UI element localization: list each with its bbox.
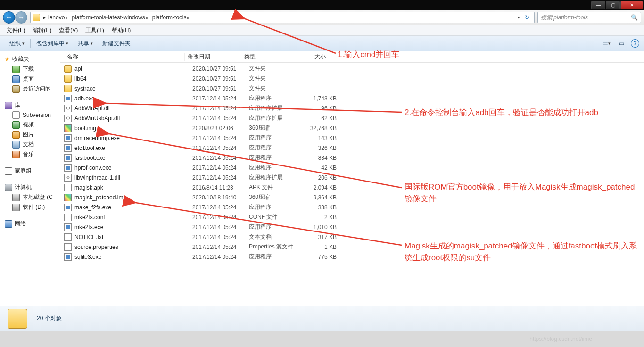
file-row[interactable]: NOTICE.txt2017/12/14 05:24文本文档317 KB (60, 232, 644, 242)
file-row[interactable]: magisk.apk2016/8/14 11:23APK 文件2,094 KB (60, 182, 644, 192)
menu-help[interactable]: 帮助(H) (108, 25, 135, 35)
search-icon: 🔍 (631, 14, 638, 21)
file-date: 2017/12/14 05:24 (192, 174, 249, 181)
sidebar-item-pictures[interactable]: 图片 (0, 130, 60, 140)
file-row[interactable]: etc1tool.exe2017/12/14 05:24应用程序326 KB (60, 143, 644, 153)
address-bar[interactable]: ▸ lenovo▸ platform-tools-latest-windows▸… (30, 12, 535, 23)
close-button[interactable]: ✕ (620, 1, 643, 9)
file-date: 2017/12/14 05:24 (192, 155, 249, 161)
file-size: 1 KB (305, 244, 337, 250)
breadcrumb-seg-2[interactable]: platform-tools▸ (151, 14, 191, 21)
menu-file[interactable]: 文件(F) (3, 25, 29, 35)
sidebar-homegroup[interactable]: 家庭组 (0, 166, 60, 176)
subversion-icon (12, 111, 20, 119)
view-mode-button[interactable]: ☰ ▾ (601, 38, 612, 49)
column-header[interactable]: 名称 修改日期 类型 大小 (60, 51, 644, 63)
pictures-icon (12, 131, 20, 139)
file-type: 应用程序 (249, 144, 305, 152)
file-name: api (74, 66, 192, 72)
chevron-right-icon: ▸ (146, 15, 149, 20)
sidebar-libraries[interactable]: 库 (0, 100, 60, 110)
file-row[interactable]: AdbWinUsbApi.dll2017/12/14 05:24应用程序扩展62… (60, 113, 644, 123)
file-size: 2,094 KB (305, 184, 337, 191)
file-icon (64, 204, 72, 211)
cmd-newfolder[interactable]: 新建文件夹 (98, 38, 135, 49)
file-size: 9,364 KB (305, 194, 337, 201)
star-icon: ★ (5, 56, 10, 63)
file-row[interactable]: magisk_patched.img2020/10/18 19:40360压缩9… (60, 192, 644, 202)
file-row[interactable]: adb.exe2017/12/14 05:24应用程序1,743 KB (60, 93, 644, 103)
file-size: 317 KB (305, 234, 337, 240)
file-type: 应用程序 (249, 223, 305, 231)
file-row[interactable]: boot.img2020/8/28 02:06360压缩32,768 KB (60, 123, 644, 133)
folder-icon (8, 309, 27, 329)
file-row[interactable]: libwinpthread-1.dll2017/12/14 05:24应用程序扩… (60, 173, 644, 182)
cmd-share[interactable]: 共享 ▾ (73, 38, 98, 49)
dropdown-icon[interactable]: ▾ (518, 15, 520, 20)
file-date: 2020/8/28 02:06 (192, 125, 249, 132)
help-button[interactable]: ? (631, 39, 639, 48)
col-name[interactable]: 名称 (64, 53, 185, 61)
file-name: adb.exe (74, 95, 192, 102)
sidebar-item-documents[interactable]: 文档 (0, 140, 60, 149)
search-input[interactable]: 搜索 platform-tools 🔍 (537, 12, 641, 23)
menu-edit[interactable]: 编辑(E) (29, 25, 55, 35)
sidebar-favorites[interactable]: ★收藏夹 (0, 54, 60, 64)
minimize-button[interactable]: — (591, 1, 605, 9)
file-row[interactable]: fastboot.exe2017/12/14 05:24应用程序834 KB (60, 153, 644, 163)
file-icon (64, 223, 72, 231)
sidebar-item-desktop[interactable]: 桌面 (0, 74, 60, 84)
documents-icon (12, 141, 20, 149)
breadcrumb-seg-1[interactable]: platform-tools-latest-windows▸ (70, 14, 149, 21)
sidebar-item-music[interactable]: 音乐 (0, 149, 60, 159)
sidebar-item-drive-d[interactable]: 软件 (D:) (0, 202, 60, 212)
menu-view[interactable]: 查看(V) (55, 25, 82, 35)
nav-back-button[interactable]: ← (3, 11, 15, 24)
refresh-button[interactable]: ↻ (521, 12, 532, 23)
preview-pane-button[interactable]: ▭ (616, 38, 627, 49)
recent-icon (12, 85, 20, 93)
sidebar-item-video[interactable]: 视频 (0, 120, 60, 130)
file-row[interactable]: api2020/10/27 09:51文件夹 (60, 64, 644, 74)
sidebar-computer[interactable]: 计算机 (0, 182, 60, 192)
sidebar-item-subversion[interactable]: Subversion (0, 110, 60, 120)
file-row[interactable]: make_f2fs.exe2017/12/14 05:24应用程序338 KB (60, 202, 644, 212)
file-row[interactable]: source.properties2017/12/14 05:24Propert… (60, 242, 644, 252)
menu-tools[interactable]: 工具(T) (82, 25, 107, 35)
menu-bar: 文件(F) 编辑(E) 查看(V) 工具(T) 帮助(H) (0, 25, 644, 36)
col-date[interactable]: 修改日期 (185, 53, 241, 61)
file-row[interactable]: sqlite3.exe2017/12/14 05:24应用程序775 KB (60, 252, 644, 262)
file-icon (64, 243, 72, 251)
nav-forward-button[interactable]: → (15, 11, 27, 24)
sidebar-item-recent[interactable]: 最近访问的 (0, 84, 60, 94)
file-icon (64, 115, 72, 122)
file-row[interactable]: lib642020/10/27 09:51文件夹 (60, 74, 644, 83)
sidebar: ★收藏夹 下载 桌面 最近访问的 库 Subversion 视频 图片 文档 音… (0, 51, 60, 306)
file-row[interactable]: mke2fs.exe2017/12/14 05:24应用程序1,010 KB (60, 222, 644, 232)
file-type: 应用程序扩展 (249, 174, 305, 182)
sidebar-item-downloads[interactable]: 下载 (0, 64, 60, 74)
file-size: 32,768 KB (305, 125, 337, 132)
col-type[interactable]: 类型 (241, 53, 297, 61)
file-row[interactable]: systrace2020/10/27 09:51文件夹 (60, 83, 644, 93)
maximize-button[interactable]: ▢ (606, 1, 620, 9)
file-row[interactable]: mke2fs.conf2017/12/14 05:24CONF 文件2 KB (60, 212, 644, 222)
file-name: mke2fs.conf (74, 214, 192, 221)
cmd-include[interactable]: 包含到库中 ▾ (32, 38, 73, 49)
file-type: APK 文件 (249, 183, 305, 191)
file-row[interactable]: hprof-conv.exe2017/12/14 05:24应用程序42 KB (60, 163, 644, 173)
file-icon (64, 105, 72, 112)
sidebar-item-drive-c[interactable]: 本地磁盘 (C (0, 192, 60, 202)
file-name: mke2fs.exe (74, 224, 192, 231)
file-size: 96 KB (305, 105, 337, 112)
file-icon (64, 184, 72, 191)
col-size[interactable]: 大小 (297, 53, 329, 61)
sidebar-network[interactable]: 网络 (0, 219, 60, 229)
file-row[interactable]: AdbWinApi.dll2017/12/14 05:24应用程序扩展96 KB (60, 103, 644, 113)
file-name: AdbWinUsbApi.dll (74, 115, 192, 122)
breadcrumb-seg-0[interactable]: lenovo▸ (47, 14, 69, 21)
computer-icon (5, 184, 12, 191)
file-row[interactable]: dmtracedump.exe2017/12/14 05:24应用程序143 K… (60, 133, 644, 143)
cmd-organize[interactable]: 组织 ▾ (5, 38, 29, 49)
music-icon (12, 151, 20, 158)
